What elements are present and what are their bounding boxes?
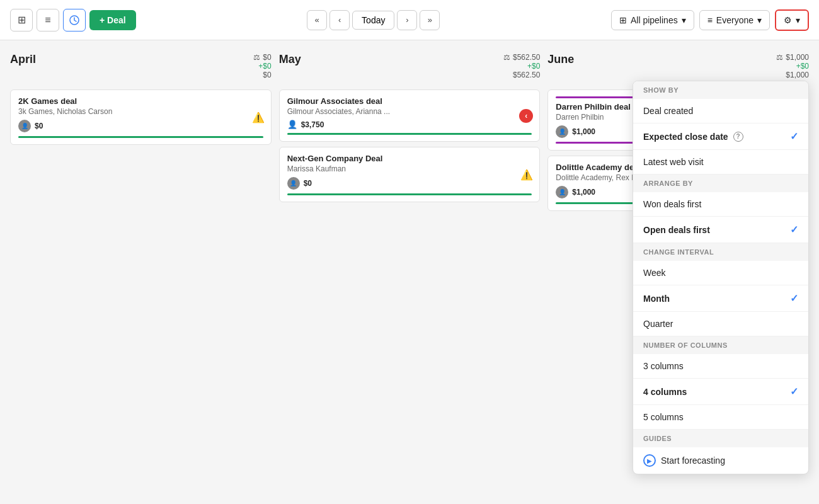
june-plus-amount: +$0 (796, 62, 809, 71)
person-icon-gilmour: 👤 (287, 120, 297, 129)
warning-icon-nextgen: ⚠️ (520, 169, 533, 181)
deal-title-2k: 2K Games deal (18, 96, 263, 106)
deal-amount-darren: $1,000 (572, 127, 595, 136)
avatar-nextgen: 👤 (287, 177, 300, 190)
double-next-btn[interactable]: » (420, 10, 440, 30)
april-balance-amount: $0 (263, 53, 271, 62)
toolbar-center: « ‹ Today › » (141, 10, 606, 30)
deal-created-label: Deal created (643, 106, 693, 116)
double-prev-btn[interactable]: « (307, 10, 327, 30)
pipelines-chevron-icon: ▾ (682, 15, 686, 25)
start-forecasting-item[interactable]: ▶ Start forecasting (633, 447, 808, 474)
settings-button[interactable]: ⚙ ▾ (775, 9, 809, 31)
month-column-may: May ⚖ $562.50 +$0 $562.50 Gilmour Associ… (279, 50, 541, 494)
everyone-chevron-icon: ▾ (757, 15, 762, 25)
deal-bar-gilmour (287, 133, 532, 135)
month-check: ✓ (790, 292, 798, 304)
start-forecasting-label: Start forecasting (661, 455, 725, 466)
june-balance-amount: $1,000 (786, 53, 809, 62)
deal-title-nextgen: Next-Gen Company Deal (287, 154, 532, 163)
show-by-expected-close[interactable]: Expected close date ? ✓ (633, 123, 808, 150)
all-pipelines-button[interactable]: ⊞ All pipelines ▾ (611, 10, 694, 30)
gear-icon: ⚙ (784, 15, 792, 25)
month-label: Month (643, 294, 670, 304)
deal-bar-2k (18, 136, 263, 138)
deal-amount-dolittle: $1,000 (572, 188, 595, 197)
avatar-dolittle: 👤 (556, 186, 568, 198)
won-deals-first-label: Won deals first (643, 199, 701, 209)
june-header: June ⚖ $1,000 +$0 $1,000 (547, 50, 809, 84)
april-plus-amount: +$0 (258, 62, 271, 71)
expected-close-label: Expected close date (643, 132, 728, 142)
may-balance-amount: $562.50 (513, 53, 540, 62)
deal-title-gilmour: Gilmour Associates deal (287, 96, 532, 106)
today-button[interactable]: Today (352, 11, 394, 30)
all-pipelines-label: All pipelines (631, 15, 678, 25)
open-deals-check: ✓ (790, 224, 798, 236)
play-icon: ▶ (643, 454, 656, 467)
show-by-latest-web-visit[interactable]: Latest web visit (633, 150, 808, 175)
april-total: $0 (263, 71, 271, 79)
interval-month[interactable]: Month ✓ (633, 285, 808, 312)
4-columns-check: ✓ (790, 386, 798, 398)
show-by-header: SHOW BY (633, 81, 808, 99)
filter-icon: ≡ (707, 15, 713, 25)
quarter-label: Quarter (643, 319, 673, 329)
toolbar-right: ⊞ All pipelines ▾ ≡ Everyone ▾ ⚙ ▾ (611, 9, 809, 31)
deal-card-nextgen[interactable]: Next-Gen Company Deal Marissa Kaufman 👤 … (279, 147, 541, 202)
may-plus-amount: +$0 (527, 62, 540, 71)
deal-bar-nextgen (287, 193, 532, 195)
columns-5[interactable]: 5 columns (633, 405, 808, 430)
may-total: $562.50 (513, 71, 540, 79)
everyone-button[interactable]: ≡ Everyone ▾ (699, 10, 770, 30)
deal-sub-gilmour: Gilmour Associates, Arianna ... (287, 107, 532, 116)
deal-card-2k-games[interactable]: 2K Games deal 3k Games, Nicholas Carson … (10, 89, 272, 145)
may-balance-icon: ⚖ (503, 53, 510, 62)
april-stats: ⚖ $0 +$0 $0 (253, 53, 271, 79)
show-by-deal-created[interactable]: Deal created (633, 99, 808, 123)
deal-amount-nextgen: $0 (304, 179, 312, 188)
settings-chevron-icon: ▾ (796, 15, 800, 25)
everyone-label: Everyone (716, 15, 753, 25)
interval-quarter[interactable]: Quarter (633, 312, 808, 336)
april-title: April (10, 53, 36, 66)
month-column-april: April ⚖ $0 +$0 $0 2K Games deal 3k Games… (10, 50, 272, 494)
avatar-darren: 👤 (556, 125, 568, 138)
main-content: April ⚖ $0 +$0 $0 2K Games deal 3k Games… (0, 40, 819, 504)
june-stats: ⚖ $1,000 +$0 $1,000 (776, 53, 809, 79)
toolbar-left: ⊞ ≡ + Deal (10, 9, 136, 32)
pipeline-icon: ⊞ (619, 15, 627, 25)
latest-web-visit-label: Latest web visit (643, 157, 704, 167)
5-columns-label: 5 columns (643, 412, 684, 422)
deal-card-gilmour[interactable]: Gilmour Associates deal Gilmour Associat… (279, 89, 541, 142)
avatar-2k: 👤 (18, 120, 31, 132)
deal-amount-gilmour: $3,750 (301, 120, 324, 129)
calendar-view-btn[interactable] (63, 9, 86, 32)
may-title: May (279, 53, 301, 66)
toolbar: ⊞ ≡ + Deal « ‹ Today › » ⊞ All pipelines… (0, 0, 819, 40)
add-deal-label: + Deal (100, 15, 126, 25)
add-deal-button[interactable]: + Deal (89, 10, 136, 30)
prev-btn[interactable]: ‹ (329, 10, 350, 30)
kanban-view-btn[interactable]: ⊞ (10, 9, 33, 32)
deal-footer-2k: 👤 $0 (18, 120, 263, 132)
april-balance-icon: ⚖ (253, 53, 260, 62)
number-of-columns-header: NUMBER OF COLUMNS (633, 336, 808, 354)
arrange-won-deals-first[interactable]: Won deals first (633, 192, 808, 217)
interval-week[interactable]: Week (633, 261, 808, 285)
week-label: Week (643, 268, 666, 278)
red-circle-icon-gilmour: ‹ (519, 109, 533, 123)
list-view-btn[interactable]: ≡ (37, 9, 59, 32)
next-btn[interactable]: › (397, 10, 417, 30)
columns-3[interactable]: 3 columns (633, 354, 808, 379)
may-header: May ⚖ $562.50 +$0 $562.50 (279, 50, 541, 84)
columns-4[interactable]: 4 columns ✓ (633, 379, 808, 405)
4-columns-label: 4 columns (643, 387, 687, 397)
deal-footer-gilmour: 👤 $3,750 (287, 120, 532, 129)
guides-header: GUIDES (633, 430, 808, 447)
june-balance-icon: ⚖ (776, 53, 783, 62)
settings-dropdown: SHOW BY Deal created Expected close date… (633, 81, 809, 474)
expected-close-left: Expected close date ? (643, 132, 743, 142)
arrange-open-deals-first[interactable]: Open deals first ✓ (633, 217, 808, 243)
deal-footer-nextgen: 👤 $0 (287, 177, 532, 190)
